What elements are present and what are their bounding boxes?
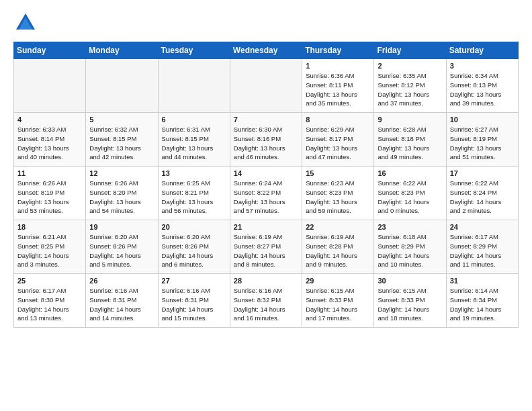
calendar-cell: 15Sunrise: 6:23 AM Sunset: 8:23 PM Dayli… bbox=[302, 167, 374, 220]
calendar-cell bbox=[14, 59, 86, 113]
calendar-header-saturday: Saturday bbox=[446, 42, 518, 59]
day-number: 15 bbox=[306, 169, 370, 177]
day-info: Sunrise: 6:36 AM Sunset: 8:11 PM Dayligh… bbox=[306, 71, 370, 108]
day-info: Sunrise: 6:29 AM Sunset: 8:17 PM Dayligh… bbox=[306, 125, 370, 162]
day-info: Sunrise: 6:26 AM Sunset: 8:20 PM Dayligh… bbox=[89, 179, 154, 216]
day-number: 24 bbox=[450, 223, 515, 231]
day-info: Sunrise: 6:31 AM Sunset: 8:15 PM Dayligh… bbox=[162, 125, 226, 162]
day-info: Sunrise: 6:20 AM Sunset: 8:26 PM Dayligh… bbox=[89, 232, 154, 269]
calendar-cell: 16Sunrise: 6:22 AM Sunset: 8:23 PM Dayli… bbox=[374, 167, 446, 220]
day-number: 14 bbox=[234, 169, 298, 177]
day-number: 10 bbox=[450, 116, 515, 124]
day-number: 28 bbox=[234, 277, 298, 285]
day-number: 19 bbox=[89, 223, 154, 231]
calendar-cell: 29Sunrise: 6:15 AM Sunset: 8:33 PM Dayli… bbox=[302, 274, 374, 328]
day-number: 3 bbox=[450, 62, 515, 70]
day-number: 13 bbox=[162, 169, 226, 177]
day-info: Sunrise: 6:20 AM Sunset: 8:26 PM Dayligh… bbox=[162, 232, 226, 269]
calendar-cell: 13Sunrise: 6:25 AM Sunset: 8:21 PM Dayli… bbox=[158, 167, 230, 220]
day-number: 27 bbox=[162, 277, 226, 285]
calendar-cell: 18Sunrise: 6:21 AM Sunset: 8:25 PM Dayli… bbox=[14, 220, 86, 274]
day-info: Sunrise: 6:35 AM Sunset: 8:12 PM Dayligh… bbox=[378, 71, 442, 108]
calendar-cell: 26Sunrise: 6:16 AM Sunset: 8:31 PM Dayli… bbox=[86, 274, 158, 328]
day-number: 29 bbox=[306, 277, 370, 285]
calendar-header-friday: Friday bbox=[374, 42, 446, 59]
calendar-week-row: 18Sunrise: 6:21 AM Sunset: 8:25 PM Dayli… bbox=[14, 220, 519, 274]
day-info: Sunrise: 6:24 AM Sunset: 8:22 PM Dayligh… bbox=[234, 179, 298, 216]
calendar-header-row: SundayMondayTuesdayWednesdayThursdayFrid… bbox=[14, 42, 519, 59]
calendar-cell: 20Sunrise: 6:20 AM Sunset: 8:26 PM Dayli… bbox=[158, 220, 230, 274]
day-info: Sunrise: 6:34 AM Sunset: 8:13 PM Dayligh… bbox=[450, 71, 515, 108]
day-number: 12 bbox=[89, 169, 154, 177]
calendar-cell: 28Sunrise: 6:16 AM Sunset: 8:32 PM Dayli… bbox=[230, 274, 302, 328]
calendar-cell: 10Sunrise: 6:27 AM Sunset: 8:19 PM Dayli… bbox=[446, 113, 518, 167]
calendar-cell: 1Sunrise: 6:36 AM Sunset: 8:11 PM Daylig… bbox=[302, 59, 374, 113]
page: SundayMondayTuesdayWednesdayThursdayFrid… bbox=[0, 0, 532, 411]
logo bbox=[13, 11, 42, 35]
day-number: 9 bbox=[378, 116, 442, 124]
calendar-cell: 9Sunrise: 6:28 AM Sunset: 8:18 PM Daylig… bbox=[374, 113, 446, 167]
day-number: 16 bbox=[378, 169, 442, 177]
day-info: Sunrise: 6:26 AM Sunset: 8:19 PM Dayligh… bbox=[17, 179, 82, 216]
day-info: Sunrise: 6:16 AM Sunset: 8:32 PM Dayligh… bbox=[234, 286, 298, 323]
day-number: 6 bbox=[162, 116, 226, 124]
day-number: 17 bbox=[450, 169, 515, 177]
day-info: Sunrise: 6:23 AM Sunset: 8:23 PM Dayligh… bbox=[306, 179, 370, 216]
day-info: Sunrise: 6:19 AM Sunset: 8:27 PM Dayligh… bbox=[234, 232, 298, 269]
day-number: 26 bbox=[89, 277, 154, 285]
calendar-cell: 31Sunrise: 6:14 AM Sunset: 8:34 PM Dayli… bbox=[446, 274, 518, 328]
calendar-cell: 3Sunrise: 6:34 AM Sunset: 8:13 PM Daylig… bbox=[446, 59, 518, 113]
logo-icon bbox=[13, 11, 38, 35]
day-info: Sunrise: 6:33 AM Sunset: 8:14 PM Dayligh… bbox=[17, 125, 82, 162]
calendar-cell: 25Sunrise: 6:17 AM Sunset: 8:30 PM Dayli… bbox=[14, 274, 86, 328]
calendar-cell: 8Sunrise: 6:29 AM Sunset: 8:17 PM Daylig… bbox=[302, 113, 374, 167]
day-info: Sunrise: 6:19 AM Sunset: 8:28 PM Dayligh… bbox=[306, 232, 370, 269]
day-info: Sunrise: 6:30 AM Sunset: 8:16 PM Dayligh… bbox=[234, 125, 298, 162]
calendar-week-row: 1Sunrise: 6:36 AM Sunset: 8:11 PM Daylig… bbox=[14, 59, 519, 113]
day-number: 5 bbox=[89, 116, 154, 124]
day-info: Sunrise: 6:18 AM Sunset: 8:29 PM Dayligh… bbox=[378, 232, 442, 269]
day-info: Sunrise: 6:25 AM Sunset: 8:21 PM Dayligh… bbox=[162, 179, 226, 216]
calendar-cell: 17Sunrise: 6:22 AM Sunset: 8:24 PM Dayli… bbox=[446, 167, 518, 220]
day-info: Sunrise: 6:27 AM Sunset: 8:19 PM Dayligh… bbox=[450, 125, 515, 162]
day-number: 4 bbox=[17, 116, 82, 124]
day-info: Sunrise: 6:28 AM Sunset: 8:18 PM Dayligh… bbox=[378, 125, 442, 162]
day-number: 1 bbox=[306, 62, 370, 70]
day-number: 8 bbox=[306, 116, 370, 124]
calendar: SundayMondayTuesdayWednesdayThursdayFrid… bbox=[13, 42, 519, 328]
day-number: 18 bbox=[17, 223, 82, 231]
calendar-cell: 24Sunrise: 6:17 AM Sunset: 8:29 PM Dayli… bbox=[446, 220, 518, 274]
day-number: 7 bbox=[234, 116, 298, 124]
day-number: 20 bbox=[162, 223, 226, 231]
day-info: Sunrise: 6:15 AM Sunset: 8:33 PM Dayligh… bbox=[306, 286, 370, 323]
day-number: 30 bbox=[378, 277, 442, 285]
day-info: Sunrise: 6:16 AM Sunset: 8:31 PM Dayligh… bbox=[162, 286, 226, 323]
calendar-week-row: 11Sunrise: 6:26 AM Sunset: 8:19 PM Dayli… bbox=[14, 167, 519, 220]
calendar-week-row: 4Sunrise: 6:33 AM Sunset: 8:14 PM Daylig… bbox=[14, 113, 519, 167]
calendar-header-thursday: Thursday bbox=[302, 42, 374, 59]
day-info: Sunrise: 6:22 AM Sunset: 8:23 PM Dayligh… bbox=[378, 179, 442, 216]
day-info: Sunrise: 6:16 AM Sunset: 8:31 PM Dayligh… bbox=[89, 286, 154, 323]
calendar-header-monday: Monday bbox=[86, 42, 158, 59]
day-number: 22 bbox=[306, 223, 370, 231]
day-number: 21 bbox=[234, 223, 298, 231]
calendar-cell: 6Sunrise: 6:31 AM Sunset: 8:15 PM Daylig… bbox=[158, 113, 230, 167]
day-info: Sunrise: 6:14 AM Sunset: 8:34 PM Dayligh… bbox=[450, 286, 515, 323]
day-number: 11 bbox=[17, 169, 82, 177]
calendar-cell: 4Sunrise: 6:33 AM Sunset: 8:14 PM Daylig… bbox=[14, 113, 86, 167]
calendar-cell: 7Sunrise: 6:30 AM Sunset: 8:16 PM Daylig… bbox=[230, 113, 302, 167]
header bbox=[13, 11, 519, 35]
day-info: Sunrise: 6:21 AM Sunset: 8:25 PM Dayligh… bbox=[17, 232, 82, 269]
calendar-cell bbox=[158, 59, 230, 113]
day-info: Sunrise: 6:32 AM Sunset: 8:15 PM Dayligh… bbox=[89, 125, 154, 162]
calendar-cell: 22Sunrise: 6:19 AM Sunset: 8:28 PM Dayli… bbox=[302, 220, 374, 274]
calendar-cell: 30Sunrise: 6:15 AM Sunset: 8:33 PM Dayli… bbox=[374, 274, 446, 328]
calendar-cell: 11Sunrise: 6:26 AM Sunset: 8:19 PM Dayli… bbox=[14, 167, 86, 220]
calendar-cell bbox=[230, 59, 302, 113]
day-info: Sunrise: 6:17 AM Sunset: 8:30 PM Dayligh… bbox=[17, 286, 82, 323]
calendar-cell: 5Sunrise: 6:32 AM Sunset: 8:15 PM Daylig… bbox=[86, 113, 158, 167]
calendar-header-wednesday: Wednesday bbox=[230, 42, 302, 59]
calendar-cell: 2Sunrise: 6:35 AM Sunset: 8:12 PM Daylig… bbox=[374, 59, 446, 113]
calendar-header-sunday: Sunday bbox=[14, 42, 86, 59]
day-number: 2 bbox=[378, 62, 442, 70]
